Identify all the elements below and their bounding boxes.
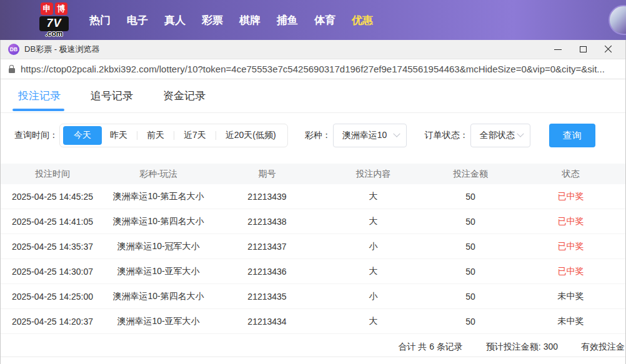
time-filter-label: 查询时间： <box>14 130 58 141</box>
cell-issue: 21213434 <box>212 317 322 327</box>
site-logo[interactable]: 申 博 7V .com <box>39 2 69 38</box>
table-row: 2025-04-25 14:30:07澳洲幸运10-亚军大小21213436大5… <box>1 259 625 284</box>
cell-game: 澳洲幸运10-第五名大小 <box>104 191 212 202</box>
nav-item-5[interactable]: 捕鱼 <box>269 13 306 27</box>
cell-amount: 50 <box>425 292 516 302</box>
lottery-select-value: 澳洲幸运10 <box>342 130 387 141</box>
url-bar[interactable]: https://ctop02pcali.2kbxi392.com/lottery… <box>1 59 625 79</box>
nav-item-7[interactable]: 优惠 <box>344 13 381 27</box>
column-header-1: 彩种-玩法 <box>104 169 212 180</box>
cell-content: 大 <box>322 316 425 327</box>
cell-content: 大 <box>322 266 425 277</box>
cell-time: 2025-04-25 14:30:07 <box>1 267 104 277</box>
cell-amount: 50 <box>425 242 516 252</box>
order-status-select[interactable]: 全部状态 <box>470 124 530 147</box>
chevron-down-icon <box>517 130 524 137</box>
cell-issue: 21213437 <box>212 242 322 252</box>
time-option-1[interactable]: 昨天 <box>102 126 136 145</box>
logo-badge-shen: 申 <box>41 2 53 15</box>
column-header-2: 期号 <box>212 169 322 180</box>
tab-2[interactable]: 资金记录 <box>163 79 206 112</box>
cell-game: 澳洲幸运10-冠军大小 <box>104 241 212 252</box>
cell-time: 2025-04-25 14:35:37 <box>1 242 104 252</box>
cell-issue: 21213438 <box>212 217 322 227</box>
cell-time: 2025-04-25 14:25:00 <box>1 292 104 302</box>
table-body: 2025-04-25 14:45:25澳洲幸运10-第五名大小21213439大… <box>1 184 625 334</box>
cell-amount: 50 <box>425 317 516 327</box>
favicon: DB <box>8 44 19 55</box>
maximize-button[interactable] <box>570 40 595 59</box>
separator <box>216 131 216 140</box>
filter-row: 查询时间： 今天昨天前天近7天近20天(低频) 彩种： 澳洲幸运10 订单状态：… <box>1 124 625 147</box>
time-option-3[interactable]: 近7天 <box>176 126 214 145</box>
column-header-5: 状态 <box>516 169 625 180</box>
cell-time: 2025-04-25 14:41:05 <box>1 217 104 227</box>
nav-item-4[interactable]: 棋牌 <box>231 13 269 27</box>
separator <box>137 131 137 140</box>
tab-1[interactable]: 追号记录 <box>91 79 133 112</box>
time-range-group: 今天昨天前天近7天近20天(低频) <box>59 124 288 147</box>
summary-estimated-amount: 预计投注金额: 300 <box>486 342 558 353</box>
table-row: 2025-04-25 14:45:25澳洲幸运10-第五名大小21213439大… <box>1 184 625 209</box>
site-nav-menu: 热门电子真人彩票棋牌捕鱼体育优惠 <box>81 13 381 27</box>
cell-game: 澳洲幸运10-亚军大小 <box>104 266 212 277</box>
chevron-down-icon <box>393 130 400 137</box>
lottery-select[interactable]: 澳洲幸运10 <box>333 124 407 147</box>
cell-status: 未中奖 <box>516 316 625 327</box>
cell-amount: 50 <box>425 267 516 277</box>
cell-status: 已中奖 <box>516 191 625 202</box>
nav-item-0[interactable]: 热门 <box>81 13 119 27</box>
cell-amount: 50 <box>425 217 516 227</box>
bet-records-table: 投注时间彩种-玩法期号投注内容投注金额状态 2025-04-25 14:45:2… <box>1 164 625 357</box>
cell-status: 已中奖 <box>516 266 625 277</box>
avatar[interactable] <box>609 5 626 35</box>
logo-badge-bo: 博 <box>55 2 67 15</box>
lock-icon <box>9 68 15 73</box>
time-option-0[interactable]: 今天 <box>63 126 102 145</box>
close-icon <box>604 46 612 54</box>
search-button[interactable]: 查询 <box>549 124 595 147</box>
table-row: 2025-04-25 14:25:00澳洲幸运10-第四名大小21213435小… <box>1 284 625 309</box>
cell-game: 澳洲幸运10-第四名大小 <box>104 216 212 227</box>
cell-game: 澳洲幸运10-亚军大小 <box>104 316 212 327</box>
table-row: 2025-04-25 14:41:05澳洲幸运10-第四名大小21213438大… <box>1 209 625 234</box>
time-option-2[interactable]: 前天 <box>139 126 172 145</box>
table-summary: 合计 共 6 条记录 预计投注金额: 300 有效投注金 <box>1 337 625 357</box>
summary-valid-amount: 有效投注金 <box>581 342 625 353</box>
site-navbar: 申 博 7V .com 热门电子真人彩票棋牌捕鱼体育优惠 <box>0 0 626 40</box>
cell-time: 2025-04-25 14:45:25 <box>1 192 104 202</box>
record-tabs: 投注记录追号记录资金记录 <box>1 79 625 113</box>
minimize-button[interactable] <box>545 40 570 59</box>
status-filter-label: 订单状态： <box>425 130 469 141</box>
cell-status: 未中奖 <box>516 291 625 302</box>
logo-badges: 申 博 <box>41 2 67 15</box>
cell-amount: 50 <box>425 192 516 202</box>
time-option-4[interactable]: 近20天(低频) <box>217 126 284 145</box>
close-button[interactable] <box>595 40 620 59</box>
column-header-4: 投注金额 <box>425 169 516 180</box>
status-select-value: 全部状态 <box>480 130 515 141</box>
browser-titlebar: DB DB彩票 - 极速浏览器 <box>1 40 625 59</box>
nav-item-3[interactable]: 彩票 <box>194 13 231 27</box>
summary-total-records: 合计 共 6 条记录 <box>398 342 462 353</box>
cell-status: 已中奖 <box>516 216 625 227</box>
table-row: 2025-04-25 14:20:37澳洲幸运10-亚军大小21213434大5… <box>1 309 625 334</box>
separator <box>174 131 174 140</box>
url-text[interactable]: https://ctop02pcali.2kbxi392.com/lottery… <box>21 64 617 74</box>
cell-issue: 21213439 <box>212 192 322 202</box>
cell-content: 大 <box>322 191 425 202</box>
column-header-3: 投注内容 <box>322 169 425 180</box>
window-title: DB彩票 - 极速浏览器 <box>24 44 100 55</box>
cell-content: 大 <box>322 216 425 227</box>
nav-item-6[interactable]: 体育 <box>306 13 344 27</box>
tab-0[interactable]: 投注记录 <box>18 79 61 112</box>
minimize-icon <box>554 49 562 50</box>
cell-content: 小 <box>322 241 425 252</box>
browser-window: DB DB彩票 - 极速浏览器 https://ctop02pcali.2kbx… <box>0 40 626 364</box>
cell-issue: 21213436 <box>212 267 322 277</box>
cell-game: 澳洲幸运10-第四名大小 <box>104 291 212 302</box>
table-header: 投注时间彩种-玩法期号投注内容投注金额状态 <box>1 164 625 184</box>
table-row: 2025-04-25 14:35:37澳洲幸运10-冠军大小21213437小5… <box>1 234 625 259</box>
nav-item-2[interactable]: 真人 <box>156 13 194 27</box>
nav-item-1[interactable]: 电子 <box>119 13 156 27</box>
